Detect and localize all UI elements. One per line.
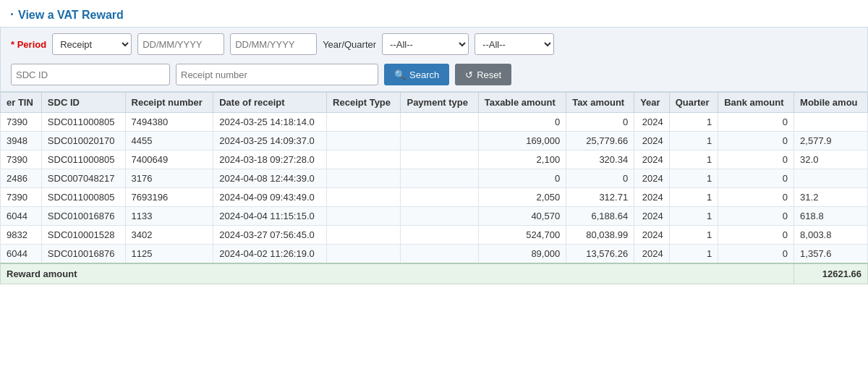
table-cell: 3948 (1, 132, 42, 151)
table-cell (327, 113, 401, 132)
table-cell: 0 (718, 132, 794, 151)
search-button[interactable]: 🔍 Search (384, 64, 449, 85)
table-cell: 80,038.99 (566, 226, 634, 245)
table-cell: 0 (718, 169, 794, 188)
table-cell: SDC011000805 (41, 151, 125, 169)
table-cell (794, 169, 868, 188)
table-cell: 2,577.9 (794, 132, 868, 151)
table-cell: 2024-03-27 07:56:45.0 (213, 226, 327, 245)
table-cell (327, 151, 401, 169)
table-cell (327, 169, 401, 188)
bullet-icon: · (10, 7, 14, 22)
table-cell: 7693196 (125, 188, 213, 207)
col-quarter: Quarter (669, 93, 718, 113)
search-icon: 🔍 (394, 69, 406, 80)
yq-label: Year/Quarter (323, 39, 376, 50)
table-cell: 1 (669, 226, 718, 245)
table-cell: 3176 (125, 169, 213, 188)
date-to-input[interactable] (230, 33, 317, 55)
table-cell: 0 (718, 113, 794, 132)
table-row: 9832SDC01000152834022024-03-27 07:56:45.… (1, 226, 868, 245)
table-cell (327, 132, 401, 151)
table-cell: 32.0 (794, 151, 868, 169)
table-cell: 2,100 (478, 151, 566, 169)
table-cell (401, 245, 478, 264)
reset-icon: ↺ (465, 69, 473, 80)
yq-all-select[interactable]: --All-- (382, 33, 469, 55)
footer-label: Reward amount (1, 263, 794, 284)
table-cell: 7400649 (125, 151, 213, 169)
all-select[interactable]: --All-- (475, 33, 554, 55)
table-row: 7390SDC01100080574943802024-03-25 14:18:… (1, 113, 868, 132)
table-cell: 1 (669, 151, 718, 169)
table-wrapper: er TIN SDC ID Receipt number Date of rec… (0, 92, 868, 284)
table-cell: 1 (669, 169, 718, 188)
table-row: 6044SDC01001687611252024-04-02 11:26:19.… (1, 245, 868, 264)
reset-button[interactable]: ↺ Reset (455, 64, 511, 85)
table-cell: 2024 (634, 169, 669, 188)
receipt-number-input[interactable] (176, 64, 378, 85)
table-cell (327, 207, 401, 226)
table-cell: 2024 (634, 188, 669, 207)
table-cell: 0 (566, 169, 634, 188)
table-cell: 0 (478, 113, 566, 132)
table-cell: SDC011000805 (41, 113, 125, 132)
table-cell: 2024-04-04 11:15:15.0 (213, 207, 327, 226)
col-year: Year (634, 93, 669, 113)
table-header-row: er TIN SDC ID Receipt number Date of rec… (1, 93, 868, 113)
table-cell: 2024-03-25 14:18:14.0 (213, 113, 327, 132)
table-cell: 320.34 (566, 151, 634, 169)
table-cell: 1 (669, 113, 718, 132)
table-cell: 7390 (1, 151, 42, 169)
table-cell: 0 (718, 207, 794, 226)
table-cell: 2024 (634, 245, 669, 264)
table-cell: SDC011000805 (41, 188, 125, 207)
table-cell: 3402 (125, 226, 213, 245)
table-cell: 0 (566, 113, 634, 132)
period-label: * Period (11, 39, 46, 50)
table-cell (401, 113, 478, 132)
table-cell: 2,050 (478, 188, 566, 207)
table-row: 6044SDC01001687611332024-04-04 11:15:15.… (1, 207, 868, 226)
col-mobile: Mobile amou (794, 93, 868, 113)
col-receipt-type: Receipt Type (327, 93, 401, 113)
search-label: Search (409, 69, 439, 80)
sdc-id-input[interactable] (11, 64, 170, 85)
page-title-bar: · View a VAT Reward (0, 0, 868, 27)
col-receipt-number: Receipt number (125, 93, 213, 113)
table-cell: 0 (718, 226, 794, 245)
table-cell: 1,357.6 (794, 245, 868, 264)
table-cell: 4455 (125, 132, 213, 151)
table-cell (327, 188, 401, 207)
table-cell: 6044 (1, 207, 42, 226)
table-cell: 2024-04-08 12:44:39.0 (213, 169, 327, 188)
table-cell: 312.71 (566, 188, 634, 207)
table-cell (401, 207, 478, 226)
period-select[interactable]: Receipt Payment Other (52, 33, 132, 55)
table-cell: 524,700 (478, 226, 566, 245)
table-cell: 25,779.66 (566, 132, 634, 151)
table-row: 7390SDC01100080576931962024-04-09 09:43:… (1, 188, 868, 207)
table-cell: SDC010016876 (41, 207, 125, 226)
table-cell (327, 226, 401, 245)
table-cell: 2024-04-02 11:26:19.0 (213, 245, 327, 264)
table-cell (794, 113, 868, 132)
table-cell: 2486 (1, 169, 42, 188)
table-cell: 2024 (634, 151, 669, 169)
col-date: Date of receipt (213, 93, 327, 113)
col-sdc-id: SDC ID (41, 93, 125, 113)
filter-row-1: * Period Receipt Payment Other Year/Quar… (11, 33, 857, 55)
col-payment-type: Payment type (401, 93, 478, 113)
table-cell: 2024 (634, 113, 669, 132)
table-cell: 2024-03-18 09:27:28.0 (213, 151, 327, 169)
table-cell: 0 (718, 188, 794, 207)
table-cell: SDC010001528 (41, 226, 125, 245)
table-cell: 0 (718, 245, 794, 264)
table-cell: 2024 (634, 226, 669, 245)
date-from-input[interactable] (137, 33, 224, 55)
table-cell: 6,188.64 (566, 207, 634, 226)
table-cell: 6044 (1, 245, 42, 264)
table-cell: 8,003.8 (794, 226, 868, 245)
col-tin: er TIN (1, 93, 42, 113)
table-cell (401, 226, 478, 245)
